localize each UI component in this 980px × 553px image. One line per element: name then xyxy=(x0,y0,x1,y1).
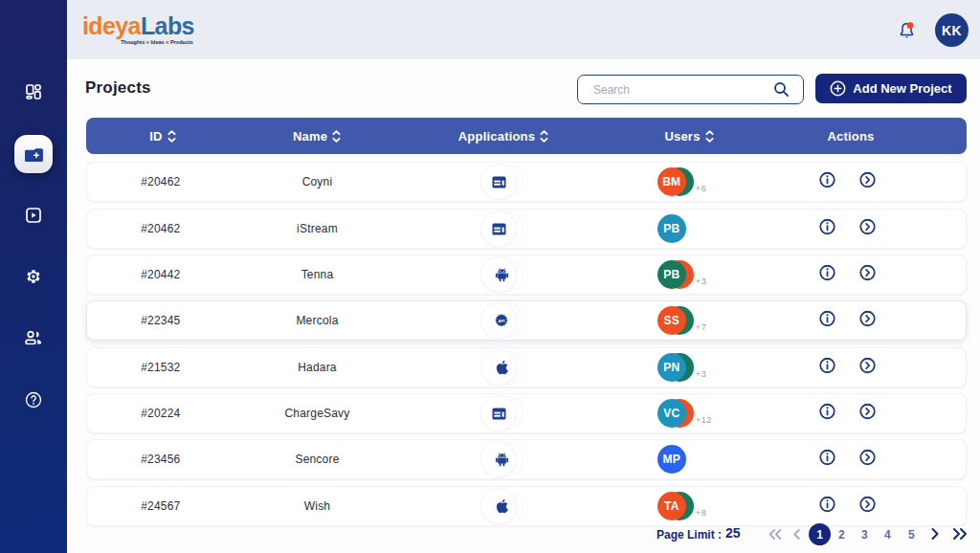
svg-text:API: API xyxy=(499,319,505,323)
